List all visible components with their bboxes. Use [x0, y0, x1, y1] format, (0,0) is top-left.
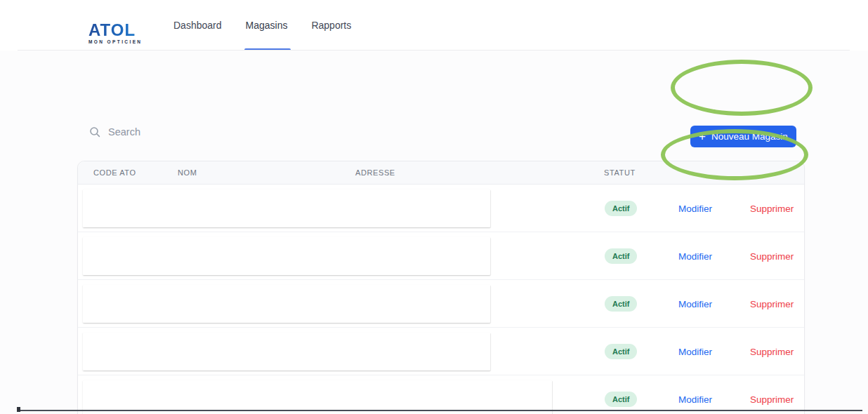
redacted-cell: [83, 285, 490, 323]
table-row: Actif Modifier Supprimer: [78, 375, 804, 414]
modifier-link[interactable]: Modifier: [678, 346, 712, 356]
table-header: CODE ATO NOM ADRESSE STATUT: [78, 161, 804, 185]
column-header-adresse: ADRESSE: [355, 161, 395, 185]
atol-logo: ATOL MON OPTICIEN: [88, 22, 159, 44]
modifier-link[interactable]: Modifier: [678, 251, 712, 261]
window-bottom-edge: [17, 410, 862, 411]
search-input[interactable]: [108, 126, 319, 138]
nav-tab-rapports-label: Rapports: [311, 20, 351, 31]
main-nav: Dashboard Magasins Rapports: [173, 0, 375, 51]
main-content: + Nouveau Magasin CODE ATO NOM ADRESSE S…: [0, 51, 868, 414]
supprimer-link[interactable]: Supprimer: [750, 346, 794, 356]
table-row: Actif Modifier Supprimer: [78, 232, 804, 280]
nouveau-magasin-label: Nouveau Magasin: [711, 131, 788, 142]
modifier-link[interactable]: Modifier: [678, 203, 712, 213]
column-header-statut: STATUT: [604, 161, 636, 185]
redacted-cell: [83, 380, 552, 414]
nav-tab-magasins[interactable]: Magasins: [246, 0, 288, 51]
logo-wordmark: ATOL: [88, 22, 159, 38]
redacted-cell: [83, 189, 490, 227]
top-bar: ATOL MON OPTICIEN Dashboard Magasins Rap…: [0, 0, 868, 51]
supprimer-link[interactable]: Supprimer: [750, 251, 794, 261]
status-badge: Actif: [605, 392, 637, 407]
nav-tab-magasins-label: Magasins: [246, 20, 288, 31]
table-row: Actif Modifier Supprimer: [78, 280, 804, 328]
modifier-link[interactable]: Modifier: [678, 394, 712, 405]
nouveau-magasin-button[interactable]: + Nouveau Magasin: [690, 126, 796, 147]
column-header-code-ato: CODE ATO: [93, 161, 136, 185]
nav-tab-rapports[interactable]: Rapports: [311, 0, 351, 51]
table-row: Actif Modifier Supprimer: [78, 185, 804, 232]
search-icon: [89, 126, 100, 138]
stores-table-card: CODE ATO NOM ADRESSE STATUT Actif Modifi…: [77, 161, 805, 414]
status-badge: Actif: [605, 296, 637, 312]
search-field: [89, 126, 319, 138]
plus-icon: +: [699, 131, 706, 142]
column-header-nom: NOM: [178, 161, 197, 185]
status-badge: Actif: [605, 201, 637, 216]
supprimer-link[interactable]: Supprimer: [750, 394, 794, 405]
supprimer-link[interactable]: Supprimer: [750, 298, 794, 309]
status-badge: Actif: [605, 248, 637, 264]
nav-tab-dashboard[interactable]: Dashboard: [173, 0, 222, 51]
supprimer-link[interactable]: Supprimer: [750, 203, 794, 213]
redacted-cell: [83, 333, 490, 370]
window-bottom-edge-notch: [17, 407, 20, 412]
redacted-cell: [83, 237, 490, 275]
status-badge: Actif: [605, 344, 637, 359]
logo-tagline: MON OPTICIEN: [88, 39, 159, 44]
table-row: Actif Modifier Supprimer: [78, 328, 804, 375]
modifier-link[interactable]: Modifier: [678, 298, 712, 309]
nav-tab-dashboard-label: Dashboard: [173, 20, 222, 31]
